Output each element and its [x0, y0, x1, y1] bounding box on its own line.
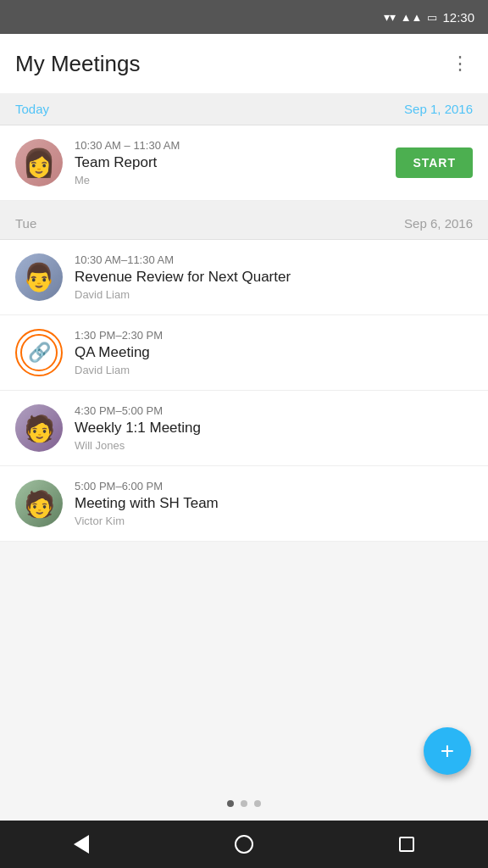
meeting-time-revenue-review: 10:30 AM–11:30 AM — [75, 253, 473, 266]
battery-icon: ▭ — [427, 11, 437, 24]
status-time: 12:30 — [442, 10, 474, 25]
qa-meeting-icon: 🔗 — [20, 334, 58, 371]
back-icon — [74, 835, 89, 854]
section-gap-1 — [0, 201, 488, 208]
meeting-person-revenue-review: David Liam — [75, 288, 473, 301]
status-bar: ▾▾ ▲▲ ▭ 12:30 — [0, 0, 488, 34]
avatar-qa-meeting: 🔗 — [15, 329, 63, 376]
avatar-sh-team — [15, 480, 63, 527]
nav-home-button[interactable] — [219, 821, 269, 868]
start-button-team-report[interactable]: START — [396, 147, 473, 178]
meeting-info-sh-team: 5:00 PM–6:00 PM Meeting with SH Team Vic… — [75, 480, 473, 527]
meeting-time-team-report: 10:30 AM – 11:30 AM — [75, 139, 396, 152]
meeting-time-sh-team: 5:00 PM–6:00 PM — [75, 480, 473, 492]
dot-3[interactable] — [254, 800, 261, 807]
meeting-info-weekly-11: 4:30 PM–5:00 PM Weekly 1:1 Meeting Will … — [75, 404, 473, 452]
meeting-item-team-report[interactable]: 10:30 AM – 11:30 AM Team Report Me START — [0, 125, 488, 201]
meeting-title-weekly-11: Weekly 1:1 Meeting — [75, 420, 473, 437]
meeting-item-sh-team[interactable]: 5:00 PM–6:00 PM Meeting with SH Team Vic… — [0, 466, 488, 542]
avatar-revenue-review — [15, 253, 63, 301]
meeting-item-revenue-review[interactable]: 10:30 AM–11:30 AM Revenue Review for Nex… — [0, 240, 488, 315]
nav-recents-button[interactable] — [381, 821, 432, 868]
app-title: My Meetings — [15, 51, 140, 77]
section-day-tue: Tue — [15, 216, 36, 231]
meeting-title-team-report: Team Report — [75, 154, 396, 171]
home-icon — [235, 835, 253, 854]
status-icons: ▾▾ ▲▲ ▭ 12:30 — [384, 10, 474, 25]
meeting-person-team-report: Me — [75, 174, 396, 186]
dot-2[interactable] — [241, 800, 247, 807]
add-meeting-fab[interactable]: + — [424, 727, 471, 775]
wifi-icon: ▾▾ — [384, 10, 396, 24]
meeting-time-qa-meeting: 1:30 PM–2:30 PM — [75, 329, 473, 342]
nav-bar — [0, 821, 488, 868]
more-icon[interactable]: ⋮ — [447, 49, 473, 78]
section-day-today: Today — [15, 102, 49, 116]
meeting-item-qa-meeting[interactable]: 🔗 1:30 PM–2:30 PM QA Meeting David Liam — [0, 315, 488, 391]
meeting-title-sh-team: Meeting with SH Team — [75, 495, 473, 512]
pagination-dots — [0, 787, 488, 821]
section-header-tue: Tue Sep 6, 2016 — [0, 208, 488, 240]
meeting-info-team-report: 10:30 AM – 11:30 AM Team Report Me — [75, 139, 396, 186]
recents-icon — [399, 837, 414, 852]
section-header-today: Today Sep 1, 2016 — [0, 93, 488, 125]
meeting-info-revenue-review: 10:30 AM–11:30 AM Revenue Review for Nex… — [75, 253, 473, 301]
meeting-person-sh-team: Victor Kim — [75, 515, 473, 527]
avatar-team-report — [15, 139, 63, 186]
avatar-weekly-11 — [15, 404, 63, 452]
meeting-info-qa-meeting: 1:30 PM–2:30 PM QA Meeting David Liam — [75, 329, 473, 376]
meeting-title-qa-meeting: QA Meeting — [75, 344, 473, 361]
meeting-list: Today Sep 1, 2016 10:30 AM – 11:30 AM Te… — [0, 93, 488, 787]
app-bar: My Meetings ⋮ — [0, 34, 488, 93]
section-date-today: Sep 1, 2016 — [404, 102, 473, 116]
section-date-tue: Sep 6, 2016 — [404, 216, 473, 231]
nav-back-button[interactable] — [56, 821, 107, 868]
meeting-item-weekly-11[interactable]: 4:30 PM–5:00 PM Weekly 1:1 Meeting Will … — [0, 391, 488, 466]
signal-icon: ▲▲ — [401, 11, 423, 24]
dot-1[interactable] — [227, 800, 234, 807]
meeting-time-weekly-11: 4:30 PM–5:00 PM — [75, 404, 473, 417]
meeting-person-qa-meeting: David Liam — [75, 364, 473, 376]
add-icon: + — [441, 739, 454, 763]
meeting-title-revenue-review: Revenue Review for Next Quarter — [75, 269, 473, 286]
meeting-person-weekly-11: Will Jones — [75, 439, 473, 452]
